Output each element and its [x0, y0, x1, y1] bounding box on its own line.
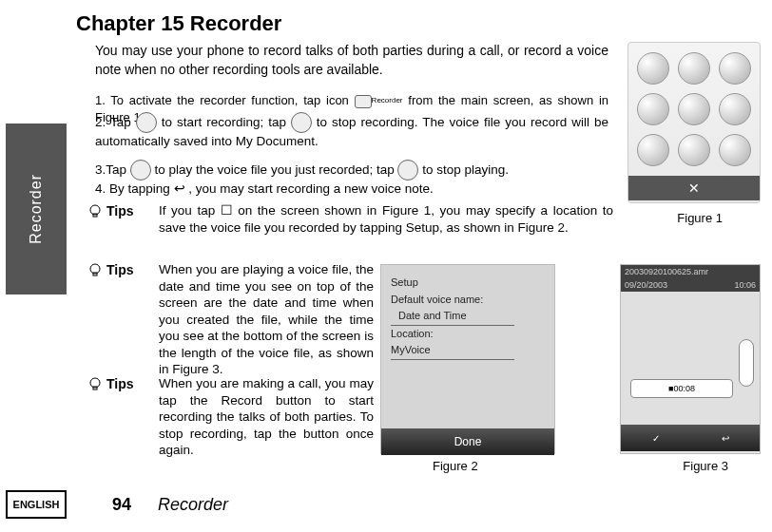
step1-text-a: 1. To activate the recorder function, ta… [95, 93, 349, 107]
done-button[interactable]: Done [381, 428, 554, 455]
bulb-icon [87, 203, 103, 218]
tips-word-3: Tips [106, 376, 134, 391]
app-icon [678, 52, 710, 85]
figure-3-elapsed: ■ 00:08 [630, 379, 733, 398]
stop-play-icon [397, 160, 418, 180]
app-icon [719, 134, 751, 166]
tips-word-1: Tips [106, 203, 134, 218]
bulb-icon [87, 262, 103, 277]
app-icon [678, 134, 710, 166]
tips-2-text: When you are playing a voice file, the d… [159, 261, 374, 378]
tips-2: Tips When you are playing a voice file, … [87, 261, 374, 378]
close-icon: ✕ [688, 180, 700, 196]
tips-label-2: Tips [87, 261, 159, 277]
figure-3-slider[interactable] [739, 339, 754, 387]
play-icon [130, 160, 151, 180]
location-label: Location: [391, 326, 545, 343]
step3-text-a: 3.Tap [95, 162, 126, 177]
check-icon[interactable]: ✓ [652, 433, 660, 444]
step-4: 4. By tapping ↩ , you may start recordin… [95, 180, 608, 198]
step3-text-b: to play the voice file you just recorded… [155, 162, 395, 177]
figure-3-caption: Figure 3 [683, 459, 728, 473]
footer-section-title: Recorder [158, 495, 228, 515]
figure-3: 20030920100625.amr 09/20/2003 10:06 ■ 00… [620, 264, 761, 454]
step4-text-a: 4. By tapping [95, 181, 170, 196]
footer-page-number: 94 [112, 495, 131, 515]
date-time-value: Date and Time [391, 308, 514, 326]
chapter-title: Chapter 15 Recorder [76, 11, 281, 36]
figure-1-app-grid [628, 43, 760, 176]
figure-2-caption: Figure 2 [433, 459, 478, 473]
record-stop-icon [291, 112, 312, 133]
setup-label: Setup [391, 275, 545, 292]
tips-3-text: When you are making a call, you may tap … [159, 375, 374, 459]
tips-1-text: If you tap ☐ on the screen shown in Figu… [159, 202, 613, 236]
tips-1: Tips If you tap ☐ on the screen shown in… [87, 202, 613, 236]
recorder-app-icon [355, 95, 372, 108]
back-icon[interactable]: ↩ [722, 433, 729, 444]
figure-2: Setup Default voice name: Date and Time … [380, 264, 555, 454]
tips-label-1: Tips [87, 202, 159, 218]
app-icon [678, 93, 710, 125]
footer-language: ENGLISH [6, 490, 67, 519]
app-icon [719, 52, 751, 85]
step3-text-c: to stop playing. [422, 162, 509, 177]
bulb-icon [87, 376, 103, 391]
tips-3: Tips When you are making a call, you may… [87, 375, 374, 459]
app-icon [637, 93, 669, 125]
record-start-icon [136, 112, 157, 133]
side-tab: Recorder [6, 124, 67, 294]
figure-3-bottombar: ✓ ↩ [621, 425, 760, 451]
figure-3-date: 09/20/2003 [625, 280, 667, 290]
myvoice-value: MyVoice [391, 342, 514, 360]
recorder-app-label: Recorder [372, 96, 403, 106]
figure-1: ✕ [627, 42, 761, 203]
default-name-label: Default voice name: [391, 292, 545, 309]
figure-2-body: Setup Default voice name: Date and Time … [381, 265, 554, 428]
step2-text-a: 2. Tap [95, 115, 131, 129]
app-icon [719, 93, 751, 125]
figure-1-caption: Figure 1 [677, 211, 723, 225]
back-arrow-icon: ↩ [174, 181, 185, 196]
intro-paragraph: You may use your phone to record talks o… [95, 42, 608, 79]
figure-1-bottombar: ✕ [628, 176, 760, 200]
side-tab-label: Recorder [28, 174, 45, 244]
figure-3-filename: 20030920100625.amr [621, 265, 760, 278]
app-icon [637, 52, 669, 85]
step4-text-b: , you may start recording a new voice no… [188, 181, 433, 196]
app-icon [637, 134, 669, 166]
tips-label-3: Tips [87, 375, 159, 391]
figure-3-datetime: 09/20/2003 10:06 [621, 278, 760, 292]
figure-3-body: ■ 00:08 [621, 292, 760, 425]
elapsed-time: 00:08 [673, 384, 695, 393]
step-3: 3.Tap to play the voice file you just re… [95, 160, 608, 180]
step2-text-b: to start recording; tap [162, 115, 286, 129]
tips-word-2: Tips [106, 262, 134, 277]
step-2: 2. Tap to start recording; tap to stop r… [95, 112, 608, 150]
figure-3-time: 10:06 [734, 280, 756, 290]
